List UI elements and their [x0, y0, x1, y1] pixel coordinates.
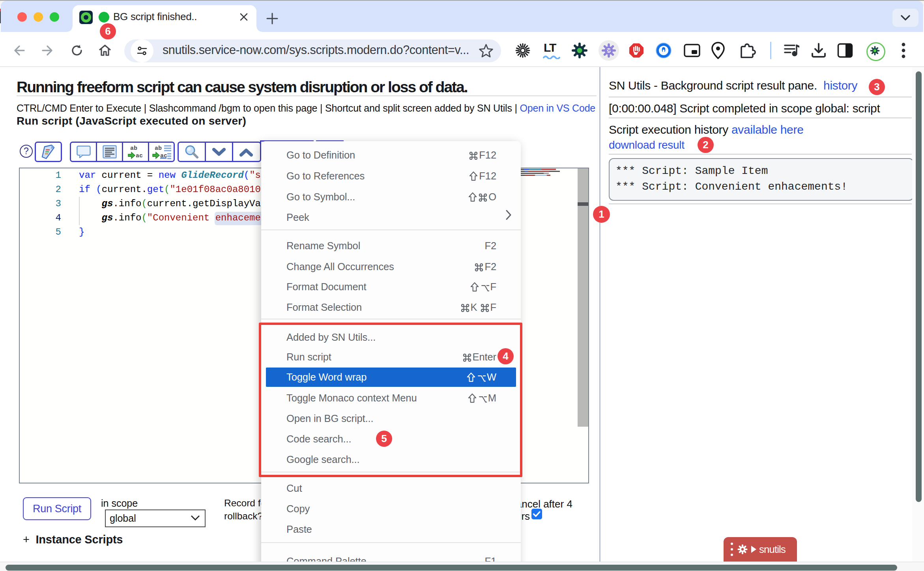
svg-text:OP: OP: [606, 49, 612, 52]
svg-text:ac: ac: [136, 153, 143, 159]
svg-text:ab: ab: [155, 145, 162, 152]
svg-text:ab: ab: [130, 145, 137, 152]
